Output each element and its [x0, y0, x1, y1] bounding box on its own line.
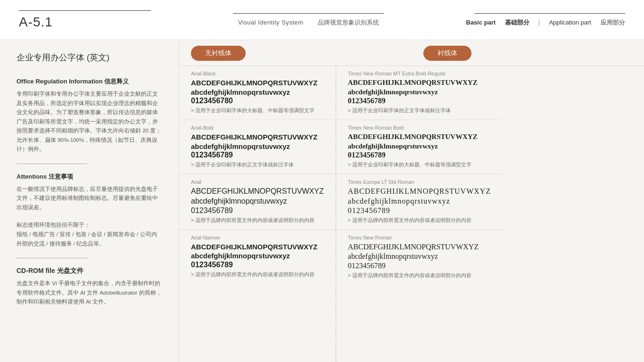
- attention-section: Attentions 注意事项 在一般情况下使用品牌标志，应尽量使用提供的光盘电…: [17, 173, 162, 248]
- font-nums: 0123456780: [191, 97, 324, 105]
- header-left: A-5.1: [19, 10, 151, 30]
- font-name: Arial-Black: [191, 71, 324, 76]
- attention-text2: 标志使用环境包括但不限于：报纸 / 电视广告 / 宣传 / 包装 / 会议 / …: [17, 221, 162, 248]
- font-abc-lower: abcdefghijklmnopqrstuvwxyz: [191, 197, 324, 206]
- font-nums: 0123456789: [348, 262, 491, 270]
- font-entry-arial: Arial ABCDEFGHIJKLMNOPQRSTUVWXYZ abcdefg…: [179, 174, 336, 230]
- page-number: A-5.1: [19, 15, 151, 30]
- nav-app-cn: 应用部分: [601, 18, 625, 27]
- font-desc: 适用于企业印刷字体的大标题、中标题等强调型文字: [348, 161, 491, 168]
- info-heading: Office Regulation Information 信息释义: [17, 77, 162, 86]
- font-name: Arial-Narrow: [191, 235, 324, 240]
- attention-text1: 在一般情况下使用品牌标志，应尽量使用提供的光盘电子文件，不建议使用标准制图绘制标…: [17, 185, 162, 213]
- cdrom-section: CD-ROM file 光盘文件 光盘文件是本 VI 手册电子文件的集合，内含手…: [17, 267, 162, 307]
- font-abc-upper: ABCDEFGHIJKLMNOPQRSTUVWXYZ: [348, 187, 491, 197]
- sidebar-title: 企业专用办公字体 (英文): [17, 52, 162, 63]
- font-desc: 适用于企业印刷字体的大标题、中标题等强调型文字: [191, 107, 324, 114]
- sidebar-divider2: [17, 258, 87, 258]
- col-right-badge: 衬线体: [423, 46, 471, 61]
- cdrom-text: 光盘文件是本 VI 手册电子文件的集合，内含手册制作时的专用软件格式文件。其中 …: [17, 279, 162, 307]
- font-abc-upper: ABCDEFGHIJKLMNOPQRSTUVWXYZ: [348, 78, 491, 88]
- font-content: 无衬线体 衬线体 Arial-Black ABCDEFGHIJKLMNOPQRS…: [179, 40, 644, 362]
- nav-basic-en: Basic part: [466, 19, 496, 26]
- font-desc: 适用于品牌内部所需文件的内容或者说明部分的内容: [191, 217, 324, 224]
- font-entry-tnr: Times New Roman ABCDEFGHIJKLMNOPQRSTUVWX…: [336, 230, 503, 285]
- font-abc-lower: abcdefghijklmnopqrstuvwxyz: [348, 252, 491, 262]
- font-abc-upper: ABCDEFGHIJKLMNOPQRSTUVWXYZ: [191, 132, 324, 142]
- header-center-line: [233, 13, 384, 14]
- font-name: Times New Roman: [348, 235, 491, 240]
- font-nums: 0123456789: [191, 151, 324, 159]
- font-desc: 适用于品牌内部所需文件的内容或者说明部分的内容: [191, 271, 324, 278]
- font-name: Arial-Bold: [191, 125, 324, 131]
- font-desc: 适用于企业印刷字体的正文字体或标注字体: [191, 161, 324, 168]
- header-right-line: [474, 13, 625, 14]
- cdrom-heading: CD-ROM file 光盘文件: [17, 267, 162, 275]
- font-abc-lower: abcdefghijklmnopqrstuvwxyz: [348, 197, 491, 206]
- font-entry-arial-black: Arial-Black ABCDEFGHIJKLMNOPQRSTUVWXYZ a…: [179, 66, 336, 120]
- font-entry-times-europa: Times Europa LT Std Roman ABCDEFGHIJKLMN…: [336, 174, 503, 230]
- nav-separator: [539, 19, 539, 26]
- font-entry-arial-bold: Arial-Bold ABCDEFGHIJKLMNOPQRSTUVWXYZ ab…: [179, 120, 336, 174]
- column-headers: 无衬线体 衬线体: [179, 40, 644, 66]
- font-nums: 0123456789: [348, 151, 491, 159]
- font-column-right: Times New Roman MT Extra Bold-Regular AB…: [336, 66, 503, 362]
- font-nums: 0123456789: [348, 97, 491, 105]
- vis-title-cn: 品牌视觉形象识别系统: [318, 18, 379, 27]
- header-nav: Basic part 基础部分 Application part 应用部分: [466, 18, 626, 27]
- header-right: Basic part 基础部分 Application part 应用部分: [466, 13, 626, 27]
- nav-app-en: Application part: [549, 19, 591, 26]
- info-text: 专用印刷字体和专用办公字体主要应用于企业文献的正文及实务用品，所选定的字体用以实…: [17, 90, 162, 154]
- font-desc: 适用于企业印刷字体的正文字体或标注字体: [348, 107, 491, 114]
- font-abc-upper: ABCDEFGHIJKLMNOPQRSTUVWXYZ: [191, 187, 324, 197]
- col-header-right: 衬线体: [412, 46, 644, 61]
- font-nums: 0123456789: [191, 206, 324, 215]
- info-section: Office Regulation Information 信息释义 专用印刷字…: [17, 77, 162, 154]
- font-abc-lower: abcdefghijklmnopqrstuvwxyz: [348, 142, 491, 151]
- font-name: Times New Roman MT Extra Bold-Regular: [348, 71, 491, 76]
- font-abc-lower: abcdefghijklmnopqrstuvwxyz: [191, 251, 324, 261]
- font-abc-lower: abcdefghijklmnopqrstuvwxyz: [191, 142, 324, 151]
- font-name: Times New Roman Bold: [348, 125, 491, 131]
- attention-heading: Attentions 注意事项: [17, 173, 162, 181]
- font-abc-upper: ABCDEFGHIJKLMNOPQRSTUVWXYZ: [348, 242, 491, 252]
- page-header: A-5.1 Visual Identity System 品牌视觉形象识别系统 …: [0, 0, 644, 40]
- font-abc-upper: ABCDEFGHIJKLMNOPQRSTUVWXYZ: [191, 78, 324, 88]
- font-abc-upper: ABCDEFGHIJKLMNOPQRSTUVWXYZ: [348, 132, 491, 142]
- font-nums: 0123456789: [348, 206, 491, 215]
- nav-basic-cn: 基础部分: [505, 18, 529, 27]
- font-columns: Arial-Black ABCDEFGHIJKLMNOPQRSTUVWXYZ a…: [179, 66, 644, 362]
- header-center: Visual Identity System 品牌视觉形象识别系统: [233, 13, 384, 27]
- font-desc: 适用于品牌内部所需文件的内容或者说明部分的内容: [348, 217, 491, 224]
- font-nums: 0123456789: [191, 261, 324, 269]
- font-entry-arial-narrow: Arial-Narrow ABCDEFGHIJKLMNOPQRSTUVWXYZ …: [179, 230, 336, 284]
- font-desc: 适用于品牌内部所需文件的内容或者说明部分的内容: [348, 272, 491, 279]
- font-column-left: Arial-Black ABCDEFGHIJKLMNOPQRSTUVWXYZ a…: [179, 66, 336, 362]
- font-name: Arial: [191, 179, 324, 185]
- header-center-titles: Visual Identity System 品牌视觉形象识别系统: [238, 18, 379, 27]
- header-top-line: [19, 10, 151, 11]
- sidebar-divider: [17, 164, 87, 164]
- font-abc-lower: abcdefghijklmnopqrstuvwxyz: [191, 88, 324, 97]
- font-entry-tnr-bold: Times New Roman Bold ABCDEFGHIJKLMNOPQRS…: [336, 120, 503, 174]
- vis-title-en: Visual Identity System: [238, 19, 304, 26]
- font-abc-upper: ABCDEFGHIJKLMNOPQRSTUVWXYZ: [191, 242, 324, 252]
- sidebar: 企业专用办公字体 (英文) Office Regulation Informat…: [0, 40, 179, 362]
- font-entry-tnr-extrabold: Times New Roman MT Extra Bold-Regular AB…: [336, 66, 503, 120]
- font-abc-lower: abcdefghijklmnopqrstuvwxyz: [348, 88, 491, 97]
- col-left-badge: 无衬线体: [191, 46, 246, 61]
- font-name: Times Europa LT Std Roman: [348, 179, 491, 185]
- col-header-left: 无衬线体: [179, 46, 412, 61]
- main-content: 企业专用办公字体 (英文) Office Regulation Informat…: [0, 40, 644, 362]
